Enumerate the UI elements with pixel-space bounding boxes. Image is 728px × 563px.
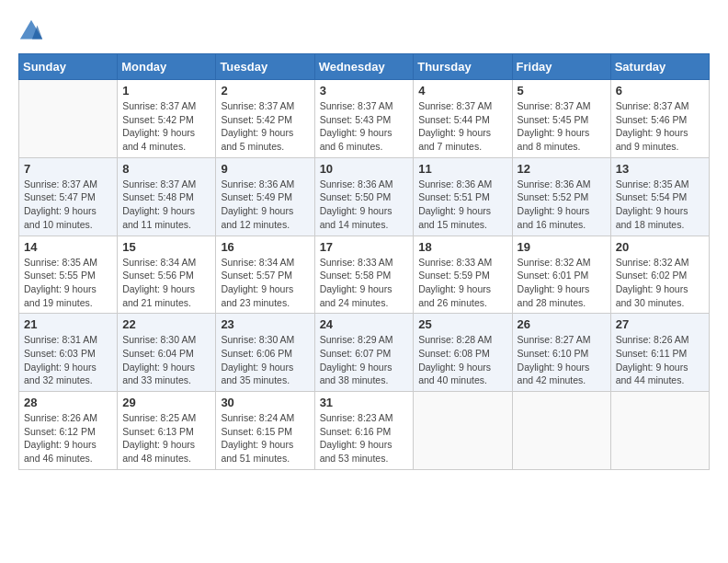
calendar-cell: 16Sunrise: 8:34 AM Sunset: 5:57 PM Dayli… xyxy=(216,236,314,314)
calendar-cell: 19Sunrise: 8:32 AM Sunset: 6:01 PM Dayli… xyxy=(512,236,610,314)
day-info: Sunrise: 8:30 AM Sunset: 6:04 PM Dayligh… xyxy=(122,333,210,387)
calendar-week-row: 14Sunrise: 8:35 AM Sunset: 5:55 PM Dayli… xyxy=(19,236,710,314)
day-number: 3 xyxy=(320,84,409,98)
day-number: 15 xyxy=(122,240,210,254)
day-number: 23 xyxy=(221,317,309,331)
calendar-cell: 4Sunrise: 8:37 AM Sunset: 5:44 PM Daylig… xyxy=(414,80,512,158)
calendar-cell xyxy=(610,392,709,470)
calendar-cell xyxy=(414,392,512,470)
day-number: 24 xyxy=(320,317,409,331)
day-number: 21 xyxy=(24,317,112,331)
day-number: 19 xyxy=(518,240,606,254)
day-info: Sunrise: 8:23 AM Sunset: 6:16 PM Dayligh… xyxy=(320,411,409,465)
day-header-monday: Monday xyxy=(118,54,216,80)
day-number: 29 xyxy=(122,396,210,409)
day-number: 16 xyxy=(221,240,309,254)
calendar-cell: 25Sunrise: 8:28 AM Sunset: 6:08 PM Dayli… xyxy=(414,314,512,392)
day-info: Sunrise: 8:26 AM Sunset: 6:11 PM Dayligh… xyxy=(616,333,704,387)
day-info: Sunrise: 8:37 AM Sunset: 5:42 PM Dayligh… xyxy=(221,99,309,154)
day-header-friday: Friday xyxy=(512,54,610,80)
day-info: Sunrise: 8:26 AM Sunset: 6:12 PM Dayligh… xyxy=(24,411,112,465)
day-info: Sunrise: 8:34 AM Sunset: 5:56 PM Dayligh… xyxy=(122,256,210,310)
logo xyxy=(18,18,48,44)
day-info: Sunrise: 8:33 AM Sunset: 5:59 PM Dayligh… xyxy=(418,256,506,310)
calendar-cell: 24Sunrise: 8:29 AM Sunset: 6:07 PM Dayli… xyxy=(314,314,414,392)
day-info: Sunrise: 8:31 AM Sunset: 6:03 PM Dayligh… xyxy=(24,333,112,387)
day-info: Sunrise: 8:37 AM Sunset: 5:43 PM Dayligh… xyxy=(320,99,409,154)
day-info: Sunrise: 8:33 AM Sunset: 5:58 PM Dayligh… xyxy=(320,256,409,310)
calendar-cell: 22Sunrise: 8:30 AM Sunset: 6:04 PM Dayli… xyxy=(118,314,216,392)
calendar-cell: 12Sunrise: 8:36 AM Sunset: 5:52 PM Dayli… xyxy=(512,157,610,236)
day-info: Sunrise: 8:25 AM Sunset: 6:13 PM Dayligh… xyxy=(122,411,210,465)
day-header-wednesday: Wednesday xyxy=(314,54,414,80)
calendar-cell: 9Sunrise: 8:36 AM Sunset: 5:49 PM Daylig… xyxy=(216,157,314,236)
day-info: Sunrise: 8:29 AM Sunset: 6:07 PM Dayligh… xyxy=(320,333,409,387)
day-number: 20 xyxy=(616,240,704,254)
calendar-cell: 17Sunrise: 8:33 AM Sunset: 5:58 PM Dayli… xyxy=(314,236,414,314)
day-info: Sunrise: 8:32 AM Sunset: 6:01 PM Dayligh… xyxy=(518,256,606,310)
calendar-week-row: 28Sunrise: 8:26 AM Sunset: 6:12 PM Dayli… xyxy=(19,392,710,470)
calendar-cell: 30Sunrise: 8:24 AM Sunset: 6:15 PM Dayli… xyxy=(216,392,314,470)
day-number: 30 xyxy=(221,396,309,409)
calendar-cell xyxy=(19,80,118,158)
day-info: Sunrise: 8:36 AM Sunset: 5:52 PM Dayligh… xyxy=(518,178,606,232)
calendar-header-row: SundayMondayTuesdayWednesdayThursdayFrid… xyxy=(19,54,710,80)
day-number: 1 xyxy=(122,84,210,98)
day-number: 7 xyxy=(24,162,112,176)
day-info: Sunrise: 8:37 AM Sunset: 5:45 PM Dayligh… xyxy=(518,99,606,154)
calendar-cell: 6Sunrise: 8:37 AM Sunset: 5:46 PM Daylig… xyxy=(610,80,709,158)
day-info: Sunrise: 8:37 AM Sunset: 5:46 PM Dayligh… xyxy=(616,99,704,154)
day-info: Sunrise: 8:24 AM Sunset: 6:15 PM Dayligh… xyxy=(221,411,309,465)
calendar-cell: 27Sunrise: 8:26 AM Sunset: 6:11 PM Dayli… xyxy=(610,314,709,392)
day-number: 11 xyxy=(418,162,506,176)
calendar-cell: 14Sunrise: 8:35 AM Sunset: 5:55 PM Dayli… xyxy=(19,236,118,314)
day-number: 26 xyxy=(518,317,606,331)
calendar-cell: 26Sunrise: 8:27 AM Sunset: 6:10 PM Dayli… xyxy=(512,314,610,392)
calendar-cell: 21Sunrise: 8:31 AM Sunset: 6:03 PM Dayli… xyxy=(19,314,118,392)
day-info: Sunrise: 8:37 AM Sunset: 5:48 PM Dayligh… xyxy=(122,178,210,232)
calendar-cell: 2Sunrise: 8:37 AM Sunset: 5:42 PM Daylig… xyxy=(216,80,314,158)
calendar-table: SundayMondayTuesdayWednesdayThursdayFrid… xyxy=(18,53,710,470)
day-header-saturday: Saturday xyxy=(610,54,709,80)
day-header-tuesday: Tuesday xyxy=(216,54,314,80)
day-info: Sunrise: 8:36 AM Sunset: 5:51 PM Dayligh… xyxy=(418,178,506,232)
calendar-cell: 1Sunrise: 8:37 AM Sunset: 5:42 PM Daylig… xyxy=(118,80,216,158)
day-number: 9 xyxy=(221,162,309,176)
day-number: 2 xyxy=(221,84,309,98)
calendar-week-row: 7Sunrise: 8:37 AM Sunset: 5:47 PM Daylig… xyxy=(19,157,710,236)
day-number: 25 xyxy=(418,317,506,331)
day-info: Sunrise: 8:36 AM Sunset: 5:50 PM Dayligh… xyxy=(320,178,409,232)
logo-icon xyxy=(18,18,44,44)
day-number: 18 xyxy=(418,240,506,254)
day-number: 13 xyxy=(616,162,704,176)
calendar-cell: 31Sunrise: 8:23 AM Sunset: 6:16 PM Dayli… xyxy=(314,392,414,470)
day-number: 17 xyxy=(320,240,409,254)
calendar-cell: 3Sunrise: 8:37 AM Sunset: 5:43 PM Daylig… xyxy=(314,80,414,158)
day-number: 6 xyxy=(616,84,704,98)
calendar-week-row: 21Sunrise: 8:31 AM Sunset: 6:03 PM Dayli… xyxy=(19,314,710,392)
day-number: 10 xyxy=(320,162,409,176)
day-info: Sunrise: 8:35 AM Sunset: 5:54 PM Dayligh… xyxy=(616,178,704,232)
calendar-cell: 8Sunrise: 8:37 AM Sunset: 5:48 PM Daylig… xyxy=(118,157,216,236)
day-header-thursday: Thursday xyxy=(414,54,512,80)
calendar-cell: 7Sunrise: 8:37 AM Sunset: 5:47 PM Daylig… xyxy=(19,157,118,236)
day-info: Sunrise: 8:36 AM Sunset: 5:49 PM Dayligh… xyxy=(221,178,309,232)
day-info: Sunrise: 8:30 AM Sunset: 6:06 PM Dayligh… xyxy=(221,333,309,387)
calendar-cell: 10Sunrise: 8:36 AM Sunset: 5:50 PM Dayli… xyxy=(314,157,414,236)
calendar-week-row: 1Sunrise: 8:37 AM Sunset: 5:42 PM Daylig… xyxy=(19,80,710,158)
calendar-cell: 28Sunrise: 8:26 AM Sunset: 6:12 PM Dayli… xyxy=(19,392,118,470)
day-number: 5 xyxy=(518,84,606,98)
calendar-cell: 13Sunrise: 8:35 AM Sunset: 5:54 PM Dayli… xyxy=(610,157,709,236)
calendar-cell: 20Sunrise: 8:32 AM Sunset: 6:02 PM Dayli… xyxy=(610,236,709,314)
day-number: 8 xyxy=(122,162,210,176)
calendar-cell: 15Sunrise: 8:34 AM Sunset: 5:56 PM Dayli… xyxy=(118,236,216,314)
calendar-cell: 18Sunrise: 8:33 AM Sunset: 5:59 PM Dayli… xyxy=(414,236,512,314)
day-number: 12 xyxy=(518,162,606,176)
header xyxy=(18,18,710,44)
day-number: 4 xyxy=(418,84,506,98)
day-info: Sunrise: 8:35 AM Sunset: 5:55 PM Dayligh… xyxy=(24,256,112,310)
day-number: 31 xyxy=(320,396,409,409)
day-info: Sunrise: 8:27 AM Sunset: 6:10 PM Dayligh… xyxy=(518,333,606,387)
day-info: Sunrise: 8:32 AM Sunset: 6:02 PM Dayligh… xyxy=(616,256,704,310)
day-header-sunday: Sunday xyxy=(19,54,118,80)
